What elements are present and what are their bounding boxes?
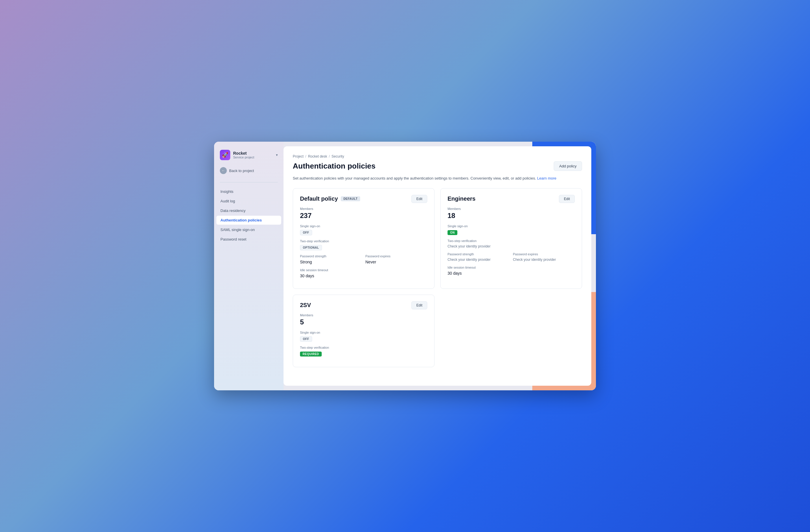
policy-card-header-default: Default policy DEFAULT Edit xyxy=(300,195,427,203)
policy-card-engineers: Engineers Edit Members 18 Single sign-on… xyxy=(440,188,582,289)
members-count-engineers: 18 xyxy=(448,212,575,220)
password-expires-section-default: Password expires Never xyxy=(366,254,427,264)
sso-section-2sv: Single sign-on OFF xyxy=(300,331,427,342)
two-step-status-2sv: REQUIRED xyxy=(300,352,322,356)
sidebar-header: 🚀 Rocket Service project ▾ xyxy=(214,148,284,165)
idle-value-engineers: 30 days xyxy=(448,271,575,276)
sidebar-item-password-reset[interactable]: Password reset xyxy=(216,235,281,244)
two-step-section-engineers: Two-step verification Check your identit… xyxy=(448,239,575,248)
two-step-label-engineers: Two-step verification xyxy=(448,239,575,243)
back-to-project[interactable]: ← Back to project xyxy=(214,165,284,180)
password-expires-label-default: Password expires xyxy=(366,254,427,258)
app-title-wrap: Rocket Service project xyxy=(233,151,273,159)
policy-name-wrap-default: Default policy DEFAULT xyxy=(300,196,360,202)
password-strength-value-default: Strong xyxy=(300,260,362,264)
policy-card-header-2sv: 2SV Edit xyxy=(300,301,427,310)
breadcrumb-rocket-desk[interactable]: Rocket desk xyxy=(308,154,327,159)
default-policy-badge: DEFAULT xyxy=(341,196,360,201)
two-step-label-2sv: Two-step verification xyxy=(300,346,427,349)
sso-section-default: Single sign-on OFF xyxy=(300,225,427,235)
policy-name-default: Default policy xyxy=(300,196,338,202)
password-strength-section-engineers: Password strength Check your identity pr… xyxy=(448,252,509,262)
policy-card-default: Default policy DEFAULT Edit Members 237 … xyxy=(293,188,435,289)
sso-status-default: OFF xyxy=(300,230,312,235)
members-label-engineers: Members xyxy=(448,207,575,211)
main-content: Project / Rocket desk / Security Authent… xyxy=(284,146,591,386)
breadcrumb-project[interactable]: Project xyxy=(293,154,304,159)
sidebar-nav: Insights Audit log Data residency Authen… xyxy=(214,187,284,244)
sidebar-item-data-residency[interactable]: Data residency xyxy=(216,206,281,215)
two-step-section-default: Two-step verification OPTIONAL xyxy=(300,239,427,250)
app-sub-name: Service project xyxy=(233,155,273,159)
policy-name-2sv: 2SV xyxy=(300,302,311,309)
password-expires-value-default: Never xyxy=(366,260,427,264)
breadcrumb: Project / Rocket desk / Security xyxy=(293,154,582,159)
sidebar-item-audit-log[interactable]: Audit log xyxy=(216,197,281,205)
back-icon: ← xyxy=(220,167,227,174)
password-expires-value-engineers: Check your identity provider xyxy=(513,257,575,262)
idle-label-default: Idle session timeout xyxy=(300,268,427,272)
password-strength-label-default: Password strength xyxy=(300,254,362,258)
policy-card-2sv: 2SV Edit Members 5 Single sign-on OFF Tw… xyxy=(293,295,435,367)
sso-section-engineers: Single sign-on ON xyxy=(448,225,575,235)
breadcrumb-sep-1: / xyxy=(305,154,306,159)
policy-card-header-engineers: Engineers Edit xyxy=(448,195,575,203)
password-strength-value-engineers: Check your identity provider xyxy=(448,257,509,262)
app-shell: 🚀 Rocket Service project ▾ ← Back to pro… xyxy=(214,142,596,390)
sso-status-engineers: ON xyxy=(448,230,457,235)
two-step-section-2sv: Two-step verification REQUIRED xyxy=(300,346,427,356)
sso-status-2sv: OFF xyxy=(300,336,312,342)
sidebar: 🚀 Rocket Service project ▾ ← Back to pro… xyxy=(214,142,284,390)
sso-label-default: Single sign-on xyxy=(300,225,427,228)
idle-label-engineers: Idle session timeout xyxy=(448,266,575,269)
members-count-2sv: 5 xyxy=(300,318,427,326)
members-count-default: 237 xyxy=(300,212,427,220)
breadcrumb-security[interactable]: Security xyxy=(331,154,344,159)
password-row-default: Password strength Strong Password expire… xyxy=(300,254,427,264)
app-name: Rocket xyxy=(233,151,273,155)
members-label-2sv: Members xyxy=(300,313,427,317)
sidebar-item-authentication-policies[interactable]: Authentication policies xyxy=(216,216,281,225)
password-strength-section-default: Password strength Strong xyxy=(300,254,362,264)
idle-value-default: 30 days xyxy=(300,273,427,278)
two-step-label-default: Two-step verification xyxy=(300,239,427,243)
app-logo: 🚀 xyxy=(220,150,230,160)
two-step-value-engineers: Check your identity provider xyxy=(448,244,575,248)
idle-section-default: Idle session timeout 30 days xyxy=(300,268,427,278)
sidebar-item-insights[interactable]: Insights xyxy=(216,187,281,196)
add-policy-button[interactable]: Add policy xyxy=(554,161,582,171)
breadcrumb-sep-2: / xyxy=(329,154,330,159)
page-header: Authentication policies Add policy xyxy=(293,161,582,171)
sso-label-engineers: Single sign-on xyxy=(448,225,575,228)
back-label: Back to project xyxy=(229,169,254,173)
password-expires-section-engineers: Password expires Check your identity pro… xyxy=(513,252,575,262)
page-description: Set authentication policies with your ma… xyxy=(293,176,582,181)
idle-section-engineers: Idle session timeout 30 days xyxy=(448,266,575,276)
sso-label-2sv: Single sign-on xyxy=(300,331,427,334)
password-expires-label-engineers: Password expires xyxy=(513,252,575,256)
edit-button-engineers[interactable]: Edit xyxy=(559,195,575,203)
learn-more-link[interactable]: Learn more xyxy=(537,176,556,180)
edit-button-default[interactable]: Edit xyxy=(411,195,427,203)
page-title: Authentication policies xyxy=(293,162,375,171)
members-label-default: Members xyxy=(300,207,427,211)
password-strength-label-engineers: Password strength xyxy=(448,252,509,256)
edit-button-2sv[interactable]: Edit xyxy=(411,301,427,310)
policy-name-engineers: Engineers xyxy=(448,196,475,202)
two-step-status-default: OPTIONAL xyxy=(300,245,322,250)
password-row-engineers: Password strength Check your identity pr… xyxy=(448,252,575,262)
sidebar-chevron-icon[interactable]: ▾ xyxy=(276,153,278,157)
policies-grid: Default policy DEFAULT Edit Members 237 … xyxy=(293,188,582,367)
sidebar-item-saml-sso[interactable]: SAML single sign-on xyxy=(216,225,281,234)
